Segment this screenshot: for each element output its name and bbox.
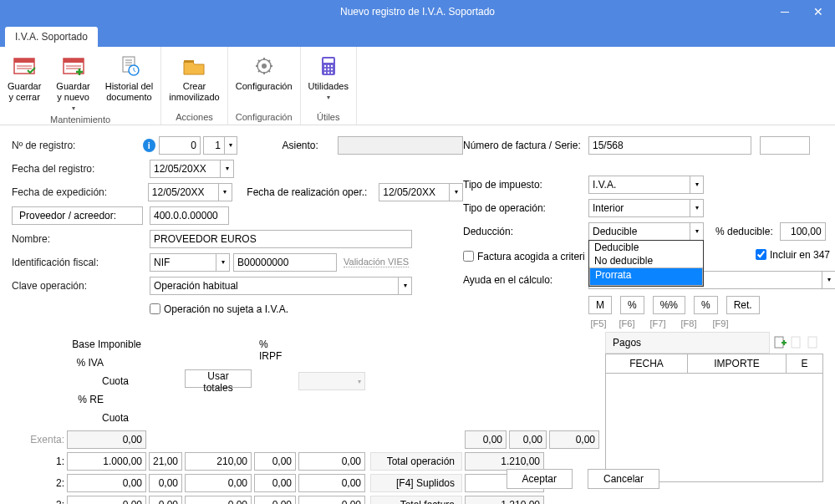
r2-cuota2[interactable]: 0,00 <box>298 474 365 492</box>
aceptar-button[interactable]: Aceptar <box>507 469 573 489</box>
fecha-registro-dropdown-icon[interactable]: ▾ <box>221 160 234 178</box>
nombre-input[interactable] <box>150 230 412 248</box>
guardar-nuevo-button[interactable]: Guardar y nuevo ▾ <box>48 48 97 113</box>
save-new-icon <box>60 53 87 79</box>
svg-point-26 <box>324 65 326 67</box>
deduccion-dropdown-list[interactable]: Deducible No deducible Prorrata <box>588 240 704 287</box>
r1-cuota2[interactable]: 0,00 <box>298 452 365 471</box>
deduccion-option-prorrata[interactable]: Prorrata <box>589 267 703 286</box>
r2-base[interactable]: 0,00 <box>67 474 146 492</box>
fecha-expedicion-dropdown-icon[interactable]: ▾ <box>219 183 232 201</box>
numero-factura-input[interactable] <box>588 136 751 155</box>
incluir-347-checkbox-input[interactable] <box>756 249 766 260</box>
factura-acogida-checkbox-input[interactable] <box>463 251 474 262</box>
pagos-edit-icon[interactable] <box>790 336 803 349</box>
svg-point-31 <box>331 69 333 70</box>
label-clave-operacion: Clave operación: <box>12 280 150 292</box>
r1-base[interactable]: 1.000,00 <box>67 452 146 471</box>
factura-acogida-checkbox[interactable]: Factura acogida a criteri <box>463 251 585 262</box>
folder-icon <box>181 53 207 79</box>
fecha-registro-input[interactable] <box>150 160 221 178</box>
minimize-button[interactable]: ─ <box>768 0 802 23</box>
fecha-expedicion-input[interactable] <box>148 183 219 201</box>
cancelar-button[interactable]: Cancelar <box>588 469 659 489</box>
fecha-realizacion-input[interactable] <box>379 183 450 201</box>
r2-pct-iva[interactable]: 0,00 <box>149 474 182 492</box>
validacion-vies-link[interactable]: Validación VIES <box>344 257 409 267</box>
row-label-exenta: Exenta: <box>14 430 64 449</box>
n-registro-dropdown-icon[interactable]: ▾ <box>225 136 237 155</box>
label-ident-fiscal: Identificación fiscal: <box>12 257 150 268</box>
tipo-impuesto-dropdown-icon[interactable]: ▾ <box>690 176 704 194</box>
pct-deducible-input[interactable] <box>780 222 826 241</box>
deduccion-option-deducible[interactable]: Deducible <box>589 241 703 254</box>
svg-point-32 <box>324 72 326 74</box>
pagos-table[interactable]: FECHA IMPORTE E <box>605 354 823 482</box>
svg-rect-37 <box>808 337 817 348</box>
n-registro-input-a[interactable] <box>159 136 201 155</box>
label-fecha-expedicion: Fecha de expedición: <box>12 186 148 198</box>
irpf-other: 0,00 <box>549 430 599 449</box>
r1-cuota[interactable]: 210,00 <box>185 452 252 471</box>
fkey-pct-button[interactable]: % <box>620 296 644 314</box>
r1-pct-re[interactable]: 0,00 <box>254 452 296 471</box>
fkey-m-button[interactable]: M <box>588 296 612 314</box>
deduccion-select[interactable] <box>588 222 690 241</box>
header-cuota2: Cuota <box>67 409 134 427</box>
ayuda-calculo-dropdown-icon[interactable]: ▾ <box>822 271 835 289</box>
op-no-sujeta-checkbox[interactable]: Operación no sujeta a I.V.A. <box>150 303 288 315</box>
crear-inmovilizado-button[interactable]: Crear inmovilizado <box>161 48 227 110</box>
info-icon[interactable]: i <box>143 139 155 152</box>
proveedor-cuenta-input[interactable] <box>150 206 229 225</box>
clave-operacion-select[interactable] <box>150 277 399 295</box>
guardar-cerrar-button[interactable]: Guardar y cerrar <box>0 48 48 113</box>
asiento-input <box>338 136 463 155</box>
n-registro-input-b[interactable] <box>203 136 225 155</box>
deduccion-option-no-deducible[interactable]: No deducible <box>589 254 703 267</box>
window-title-bar: Nuevo registro de I.V.A. Soportado ─ ✕ <box>0 0 835 23</box>
r3-pct-re[interactable]: 0,00 <box>254 496 296 504</box>
utilidades-button[interactable]: Utilidades ▾ <box>301 48 356 110</box>
svg-rect-5 <box>64 59 84 63</box>
r3-base[interactable]: 0,00 <box>67 496 146 504</box>
close-button[interactable]: ✕ <box>802 0 835 23</box>
fecha-realizacion-dropdown-icon[interactable]: ▾ <box>450 183 463 201</box>
r3-pct-iva[interactable]: 0,00 <box>149 496 182 504</box>
proveedor-button[interactable]: Proveedor / acreedor: <box>12 206 143 225</box>
fkey-ret-button[interactable]: Ret. <box>726 296 760 314</box>
op-no-sujeta-checkbox-input[interactable] <box>150 303 160 314</box>
tipo-operacion-dropdown-icon[interactable]: ▾ <box>690 199 704 217</box>
incluir-347-checkbox[interactable]: Incluir en 347 <box>756 249 830 261</box>
r2-pct-re[interactable]: 0,00 <box>254 474 296 492</box>
fkey-pct2-button[interactable]: % <box>694 296 718 314</box>
suplidos-label[interactable]: [F4] Suplidos <box>370 474 462 492</box>
fkey-pctpct-button[interactable]: %% <box>653 296 685 314</box>
configuracion-button[interactable]: Configuración <box>228 48 300 110</box>
svg-rect-36 <box>792 337 800 348</box>
r2-cuota[interactable]: 0,00 <box>185 474 252 492</box>
pagos-th-e[interactable]: E <box>787 354 823 374</box>
ident-tipo-dropdown-icon[interactable]: ▾ <box>216 253 230 272</box>
tipo-operacion-select[interactable] <box>588 199 690 217</box>
total-operacion-value: 1.210,00 <box>465 452 544 471</box>
r1-pct-iva[interactable]: 21,00 <box>149 452 182 471</box>
pagos-header: Pagos <box>605 332 770 354</box>
deduccion-dropdown-icon[interactable]: ▾ <box>690 222 704 241</box>
tab-iva-soportado[interactable]: I.V.A. Soportado <box>5 27 98 47</box>
pagos-th-importe[interactable]: IMPORTE <box>687 354 786 374</box>
serie-input[interactable] <box>760 136 810 155</box>
usar-totales-button[interactable]: Usar totales <box>185 369 252 388</box>
svg-line-22 <box>268 60 270 62</box>
pagos-delete-icon[interactable] <box>807 336 820 349</box>
clave-operacion-dropdown-icon[interactable]: ▾ <box>399 277 412 295</box>
r3-cuota2[interactable]: 0,00 <box>298 496 365 504</box>
tipo-impuesto-select[interactable] <box>588 176 690 194</box>
ident-num-input[interactable] <box>233 253 337 272</box>
historial-button[interactable]: Historial del documento <box>98 48 160 113</box>
pagos-th-fecha[interactable]: FECHA <box>606 354 688 374</box>
ident-tipo-input[interactable] <box>150 253 216 272</box>
svg-point-15 <box>262 64 267 69</box>
pagos-add-icon[interactable] <box>773 336 787 349</box>
svg-line-21 <box>268 70 270 72</box>
r3-cuota[interactable]: 0,00 <box>185 496 252 504</box>
